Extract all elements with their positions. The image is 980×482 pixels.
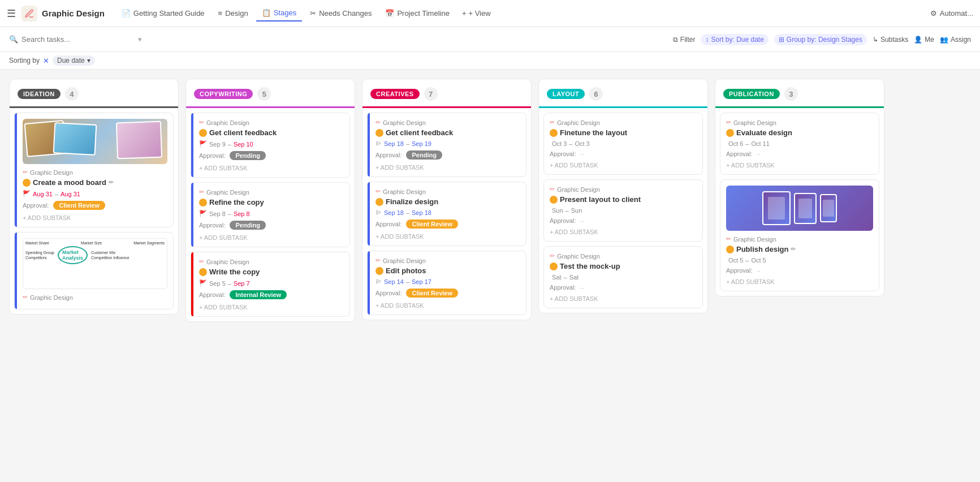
sort-icon: ↕	[705, 36, 709, 44]
pencil-icon: ✏	[199, 258, 204, 265]
tab-needs-changes[interactable]: ✂ Needs Changes	[304, 6, 377, 21]
search-actions: ⧉ Filter ↕ Sort by: Due date ⊞ Group by:…	[673, 34, 971, 45]
clear-sort-icon[interactable]: ✕	[43, 57, 49, 65]
card-title: Get client feedback	[199, 128, 344, 137]
stages-icon: 📋	[262, 8, 271, 17]
task-card[interactable]: ✏ Graphic Design Publish design ✏ Oct 5 …	[720, 179, 879, 291]
card-project-label: ✏ Graphic Design	[199, 188, 344, 196]
tab-getting-started[interactable]: 📄 Getting Started Guide	[116, 6, 210, 21]
approval-badge[interactable]: Pending	[230, 221, 265, 230]
search-input[interactable]	[21, 35, 135, 44]
add-subtask-button[interactable]: + ADD SUBTASK	[199, 162, 344, 171]
automate-button[interactable]: ⚙ Automat...	[930, 9, 973, 18]
tab-stages[interactable]: 📋 Stages	[256, 5, 302, 21]
status-dot	[23, 179, 31, 187]
add-subtask-button[interactable]: + ADD SUBTASK	[550, 160, 697, 169]
filter-button[interactable]: ⧉ Filter	[673, 36, 696, 44]
approval-badge[interactable]: Client Review	[406, 220, 458, 229]
add-subtask-button[interactable]: + ADD SUBTASK	[375, 231, 520, 240]
subtasks-button[interactable]: ↳ Subtasks	[873, 36, 908, 44]
pencil-icon: ✏	[23, 294, 28, 301]
pencil-icon: ✏	[550, 186, 555, 193]
card-project-label: ✏ Graphic Design	[726, 235, 873, 243]
add-subtask-button[interactable]: + ADD SUBTASK	[550, 293, 697, 302]
add-subtask-button[interactable]: + ADD SUBTASK	[550, 226, 697, 235]
task-card[interactable]: ✏ Graphic Design Get client feedback🏳 Se…	[367, 113, 526, 177]
task-card[interactable]: ✏ Graphic Design Evaluate design Oct 6 –…	[720, 113, 879, 175]
card-title: Publish design ✏	[726, 245, 873, 253]
card-image-device-mockup	[726, 186, 873, 231]
task-card[interactable]: ✏ Graphic Design Refine the copy🚩 Sep 8 …	[191, 182, 350, 247]
me-button[interactable]: 👤 Me	[914, 36, 934, 44]
card-title: Create a mood board ✏	[23, 178, 167, 187]
task-card[interactable]: ✏ Graphic Design Test the mock-up Sat – …	[543, 246, 703, 308]
card-left-border	[368, 113, 370, 177]
group-button[interactable]: ⊞ Group by: Design Stages	[774, 34, 867, 45]
flag-icon: 🚩	[199, 140, 207, 148]
approval-dash: –	[757, 150, 760, 157]
status-dot	[199, 268, 207, 276]
sort-button[interactable]: ↕ Sort by: Due date	[701, 34, 768, 45]
approval-badge[interactable]: Client Review	[53, 201, 105, 210]
status-dot	[550, 129, 558, 137]
tab-project-timeline[interactable]: 📅 Project Timeline	[379, 6, 455, 21]
column-body-layout: ✏ Graphic Design Finetune the layout Oct…	[539, 108, 707, 313]
add-subtask-button[interactable]: + ADD SUBTASK	[375, 300, 520, 309]
assign-button[interactable]: 👥 Assign	[940, 36, 971, 44]
card-approval: Approval: Pending	[375, 150, 520, 160]
view-button[interactable]: + + View	[462, 9, 491, 18]
card-project-label: ✏ Graphic Design	[199, 258, 344, 265]
approval-dash: –	[580, 284, 584, 291]
task-card[interactable]: Market ShareMarket SizeMarket Segments S…	[14, 232, 174, 309]
task-card[interactable]: ✏ Graphic Design Get client feedback🚩 Se…	[191, 113, 350, 178]
column-header-copywriting: COPYWRITING5	[186, 79, 355, 108]
add-subtask-button[interactable]: + ADD SUBTASK	[23, 212, 167, 221]
assign-icon: 👥	[940, 36, 948, 44]
tab-design[interactable]: ≡ Design	[213, 6, 254, 21]
pencil-icon: ✏	[375, 188, 381, 195]
task-card[interactable]: ✏ Graphic Design Present layout to clien…	[543, 179, 703, 242]
flag-icon: 🚩	[199, 279, 207, 287]
task-card[interactable]: ✏ Graphic Design Edit photos🏳 Sep 14 – S…	[367, 251, 526, 315]
task-card[interactable]: ✏ Graphic Design Finalize design🏳 Sep 18…	[367, 182, 526, 246]
card-approval: Approval: Pending	[199, 151, 344, 160]
pencil-icon: ✏	[199, 188, 204, 196]
approval-badge[interactable]: Pending	[406, 150, 442, 160]
add-subtask-button[interactable]: + ADD SUBTASK	[726, 160, 873, 169]
list-icon: ≡	[218, 9, 223, 18]
pencil-icon: ✏	[550, 119, 555, 126]
edit-icon[interactable]: ✏	[791, 246, 796, 253]
sort-chip[interactable]: Due date ▾	[53, 55, 95, 66]
approval-badge[interactable]: Pending	[230, 151, 265, 160]
card-project-label: ✏ Graphic Design	[375, 188, 520, 195]
column-layout: LAYOUT6✏ Graphic Design Finetune the lay…	[538, 79, 708, 313]
card-left-border	[368, 251, 370, 315]
add-subtask-button[interactable]: + ADD SUBTASK	[375, 162, 520, 171]
column-count-publication: 3	[784, 87, 798, 101]
column-badge-ideation: IDEATION	[18, 89, 61, 99]
approval-badge[interactable]: Client Review	[406, 289, 458, 298]
add-subtask-button[interactable]: + ADD SUBTASK	[726, 276, 873, 285]
chevron-down-icon[interactable]: ▾	[138, 35, 142, 44]
task-card[interactable]: ✏ Graphic Design Finetune the layout Oct…	[543, 113, 703, 175]
task-card[interactable]: ✏ Graphic Design Create a mood board ✏🚩 …	[14, 113, 174, 227]
card-image-market-analysis: Market ShareMarket SizeMarket Segments S…	[23, 238, 167, 289]
status-dot	[375, 129, 383, 137]
card-dates: 🚩 Aug 31 – Aug 31	[23, 190, 167, 197]
approval-dash: –	[580, 150, 584, 157]
approval-badge[interactable]: Internal Review	[230, 290, 287, 299]
menu-icon[interactable]: ☰	[7, 7, 16, 20]
person-icon: 👤	[914, 36, 922, 44]
add-subtask-button[interactable]: + ADD SUBTASK	[199, 232, 344, 241]
column-copywriting: COPYWRITING5✏ Graphic Design Get client …	[185, 79, 355, 322]
column-header-ideation: IDEATION4	[10, 79, 178, 108]
scissors-icon: ✂	[310, 9, 316, 18]
column-badge-layout: LAYOUT	[547, 89, 585, 99]
card-dates: 🚩 Sep 8 – Sep 8	[199, 210, 344, 217]
status-dot	[726, 246, 734, 253]
flag-icon: 🏳	[375, 140, 382, 147]
app-icon	[21, 6, 37, 21]
add-subtask-button[interactable]: + ADD SUBTASK	[199, 302, 344, 311]
task-card[interactable]: ✏ Graphic Design Write the copy🚩 Sep 5 –…	[191, 252, 350, 317]
edit-icon[interactable]: ✏	[109, 179, 114, 186]
